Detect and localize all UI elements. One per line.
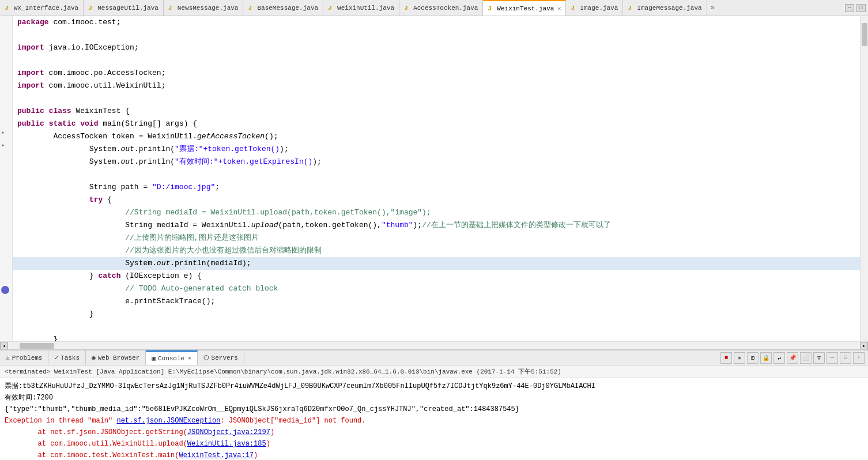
code-line-highlighted: System.out.println(mediaId); [13, 257, 860, 270]
console-icon: ▣ [152, 355, 156, 362]
panel-tab-label: Problems [12, 355, 43, 361]
console-line: 有效时间:7200 [5, 392, 863, 404]
java-file-icon: J [88, 5, 95, 12]
keyword: import [17, 42, 44, 54]
terminate-button[interactable]: ■ [720, 352, 732, 364]
string-literal: "有效时间:"+token.getExpiresIn() [175, 156, 312, 168]
panel-tab-label: Servers [212, 355, 238, 361]
console-stack-line: at com.imooc.util.WeixinUtil.upload(Weix… [5, 438, 863, 450]
code-text [44, 118, 49, 130]
tab-basemessage[interactable]: J BaseMessage.java [243, 0, 323, 16]
console-options-button[interactable]: ▽ [813, 352, 825, 364]
string-literal: "thumb" [382, 219, 413, 232]
console-close-icon[interactable]: ✕ [188, 355, 191, 361]
scroll-lock-button[interactable]: 🔒 [760, 352, 772, 364]
code-line: // TODO Auto-generated catch block [13, 282, 860, 295]
tab-bar: J WX_Interface.java J MessageUtil.java J… [0, 0, 868, 16]
string-literal: "票据:"+token.getToken() [175, 143, 280, 156]
tab-imagemessage[interactable]: J ImageMessage.java [623, 0, 707, 16]
java-file-icon: J [248, 5, 255, 12]
tab-label: WeixinUtil.java [337, 5, 394, 12]
maximize-panel-button[interactable]: □ [840, 352, 851, 364]
exception-link[interactable]: net.sf.json.JSONException [116, 417, 220, 425]
view-menu-button[interactable]: ⋮ [853, 352, 865, 364]
panel-tab-problems[interactable]: ⚠ Problems [0, 350, 48, 365]
java-file-icon: J [488, 5, 495, 12]
comment-text: // TODO Auto-generated catch block [17, 282, 278, 295]
comment-text: //上传图片的缩略图,图片还是这张图片 [17, 232, 259, 244]
code-line [13, 321, 860, 333]
code-line: //String mediaId = WeixinUtil.upload(pat… [13, 206, 860, 219]
tab-messageutil[interactable]: J MessageUtil.java [84, 0, 164, 16]
tab-close-icon[interactable]: ✕ [557, 5, 561, 12]
keyword: import [17, 80, 44, 92]
code-text: .println( [134, 143, 175, 156]
code-text: { [103, 194, 112, 206]
code-text: String path = [17, 181, 152, 194]
scrollbar-thumb[interactable] [862, 23, 867, 46]
scroll-right-button[interactable]: ▸ [860, 342, 868, 350]
panel-toolbar: ■ ✕ ⊡ 🔒 ↵ 📌 ⬜ ▽ ─ □ ⋮ [720, 352, 868, 364]
maximize-button[interactable]: □ [856, 4, 866, 12]
console-stack-line: at com.imooc.test.WeixinTest.main(Weixin… [5, 450, 863, 460]
panel-tab-label: Console [158, 355, 184, 362]
comment-text: //在上一节的基础上把媒体文件的类型修改一下就可以了 [422, 219, 611, 232]
console-error-line: Exception in thread "main" net.sf.json.J… [5, 415, 863, 427]
breakpoint-marker [1, 286, 9, 294]
code-text: e.printStackTrace(); [17, 295, 215, 308]
scrollbar-h-thumb[interactable] [20, 343, 54, 349]
code-text [76, 118, 80, 130]
panel-tab-webbrowser[interactable]: ◉ Web Browser [86, 350, 146, 365]
code-line: import com.imooc.util.WeixinUtil; [13, 80, 860, 92]
minimize-button[interactable]: ─ [845, 4, 854, 12]
tab-overflow-button[interactable]: » [707, 4, 718, 12]
code-line: e.printStackTrace(); [13, 295, 860, 308]
tab-image[interactable]: J Image.java [566, 0, 623, 16]
editor-vertical-scrollbar[interactable] [860, 16, 868, 341]
code-line: import com.imooc.po.AccessTocken; [13, 67, 860, 80]
code-line: String mediaId = WeixinUtil.upload(path,… [13, 219, 860, 232]
stack-link-3[interactable]: WeixinTest.java:17 [179, 451, 254, 459]
code-text: System. [17, 143, 120, 156]
panel-tab-tasks[interactable]: ✓ Tasks [48, 350, 86, 365]
java-file-icon: J [168, 5, 175, 12]
panel-tab-console[interactable]: ▣ Console ✕ [146, 350, 197, 365]
editor-horizontal-scrollbar[interactable]: ◂ ▸ [0, 341, 868, 349]
tab-wx-interface[interactable]: J WX_Interface.java [0, 0, 84, 16]
minimize-panel-button[interactable]: ─ [827, 352, 838, 364]
editor-gutter: ▸ ▸ [0, 16, 13, 341]
tab-accesstocken[interactable]: J AccessTocken.java [399, 0, 483, 16]
code-text: java.io.IOException; [44, 42, 139, 54]
scroll-left-button[interactable]: ◂ [0, 342, 8, 350]
code-text: com.imooc.util.WeixinUtil; [44, 80, 166, 92]
tab-newsmessage[interactable]: J NewsMessage.java [164, 0, 244, 16]
code-line: public class WeixinTest { [13, 105, 860, 118]
console-line: 票据:t53tZKHuHuUJfzJ_DzYMMO-3IqwEcTersAzJg… [5, 380, 863, 392]
collapse-arrow-2[interactable]: ▸ [1, 141, 5, 149]
stack-link-2[interactable]: WeixinUtil.java:185 [187, 440, 266, 448]
clear-console-button[interactable]: ⊡ [747, 352, 758, 364]
word-wrap-button[interactable]: ↵ [773, 352, 785, 364]
stack-link-1[interactable]: JSONObject.java:2197 [187, 428, 270, 436]
code-line: } [13, 333, 860, 341]
code-text: ); [280, 143, 289, 156]
comment-text: //因为这张图片的大小也没有超过微信后台对缩略图的限制 [17, 244, 322, 257]
code-line: AccessTocken token = WeixinUtil.getAcces… [13, 130, 860, 143]
tab-weixinutil[interactable]: J WeixinUtil.java [323, 0, 399, 16]
console-header: <terminated> WeixinTest [Java Applicatio… [0, 365, 868, 378]
pin-console-button[interactable]: 📌 [787, 352, 798, 364]
tasks-icon: ✓ [54, 354, 58, 361]
open-console-button[interactable]: ⬜ [800, 352, 812, 364]
collapse-arrow-1[interactable]: ▸ [1, 129, 5, 136]
code-text: System. [17, 156, 120, 168]
code-text: String mediaId = WeixinUtil. [17, 219, 251, 232]
code-line: } [13, 308, 860, 321]
keyword: import [17, 67, 44, 80]
panel-tab-servers[interactable]: ⬡ Servers [198, 350, 244, 365]
tab-weixintest[interactable]: J WeixinTest.java ✕ [483, 0, 566, 16]
code-text: } [17, 333, 58, 341]
remove-launch-button[interactable]: ✕ [734, 352, 745, 364]
code-area[interactable]: package com.imooc.test; import java.io.I… [13, 16, 860, 341]
panel-tab-label: Tasks [61, 355, 80, 361]
keyword: class [49, 105, 71, 118]
